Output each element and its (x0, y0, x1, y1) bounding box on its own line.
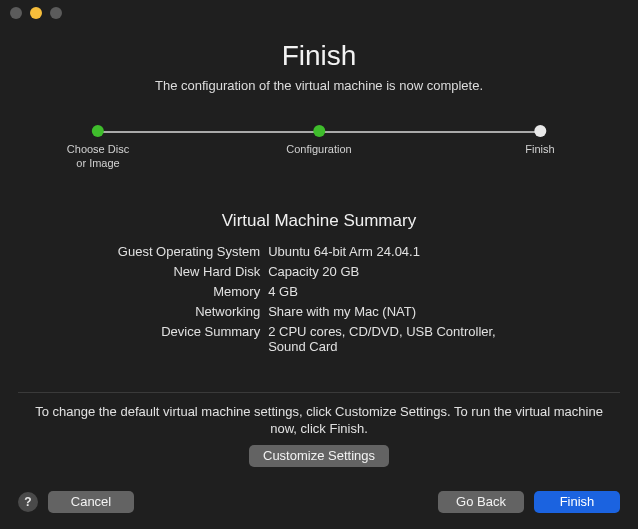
step-label: Configuration (286, 143, 351, 157)
wizard-header: Finish The configuration of the virtual … (0, 40, 638, 93)
summary-label: Device Summary (114, 321, 264, 356)
summary-value: 2 CPU cores, CD/DVD, USB Controller, Sou… (264, 321, 524, 356)
divider (18, 392, 620, 393)
step-dot-icon (92, 125, 104, 137)
help-icon: ? (24, 495, 31, 509)
close-window-button[interactable] (10, 7, 22, 19)
summary-label: New Hard Disk (114, 261, 264, 281)
help-button[interactable]: ? (18, 492, 38, 512)
summary-value: Capacity 20 GB (264, 261, 524, 281)
bottom-area: To change the default virtual machine se… (0, 392, 638, 529)
go-back-button[interactable]: Go Back (438, 491, 524, 513)
footer-buttons: ? Cancel Go Back Finish (0, 491, 638, 529)
minimize-window-button[interactable] (30, 7, 42, 19)
summary-row: Networking Share with my Mac (NAT) (114, 301, 524, 321)
summary-row: New Hard Disk Capacity 20 GB (114, 261, 524, 281)
step-dot-icon (534, 125, 546, 137)
titlebar (0, 0, 638, 26)
step-label: Finish (525, 143, 554, 157)
customize-settings-button[interactable]: Customize Settings (249, 445, 389, 467)
summary-value: Share with my Mac (NAT) (264, 301, 524, 321)
page-subtitle: The configuration of the virtual machine… (0, 78, 638, 93)
summary-label: Networking (114, 301, 264, 321)
step-dot-icon (313, 125, 325, 137)
instruction-note: To change the default virtual machine se… (0, 403, 638, 438)
step-choose-disc: Choose Disc or Image (67, 125, 129, 171)
summary-row: Device Summary 2 CPU cores, CD/DVD, USB … (114, 321, 524, 356)
cancel-button[interactable]: Cancel (48, 491, 134, 513)
summary-value: Ubuntu 64-bit Arm 24.04.1 (264, 241, 524, 261)
zoom-window-button[interactable] (50, 7, 62, 19)
wizard-steps: Choose Disc or Image Configuration Finis… (84, 125, 554, 175)
summary-row: Memory 4 GB (114, 281, 524, 301)
summary-heading: Virtual Machine Summary (0, 211, 638, 231)
summary-table: Guest Operating System Ubuntu 64-bit Arm… (114, 241, 524, 356)
page-title: Finish (0, 40, 638, 72)
vm-summary: Virtual Machine Summary Guest Operating … (0, 211, 638, 356)
step-finish: Finish (525, 125, 554, 157)
summary-label: Guest Operating System (114, 241, 264, 261)
summary-value: 4 GB (264, 281, 524, 301)
step-label: Choose Disc or Image (67, 143, 129, 171)
finish-button[interactable]: Finish (534, 491, 620, 513)
summary-row: Guest Operating System Ubuntu 64-bit Arm… (114, 241, 524, 261)
step-configuration: Configuration (286, 125, 351, 157)
summary-label: Memory (114, 281, 264, 301)
